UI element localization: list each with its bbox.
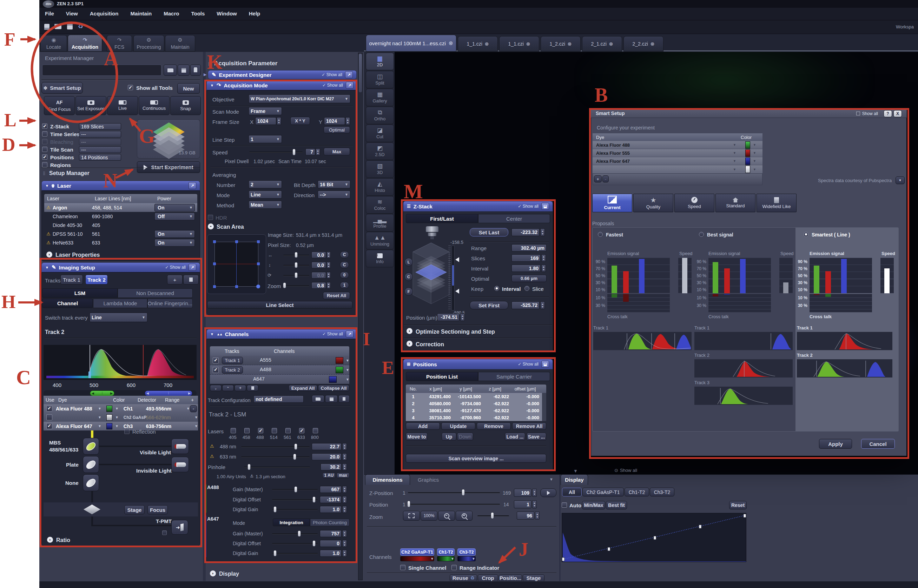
mode-quality-button[interactable]: ★Quality <box>633 194 674 212</box>
laser-power-dropdown[interactable]: On▼ <box>154 204 195 212</box>
correction-expander[interactable]: ◗ <box>406 341 413 347</box>
close-icon[interactable]: ⊗ <box>485 41 489 47</box>
show-all-tools-checkbox[interactable] <box>128 85 133 90</box>
xy-button[interactable]: X * Y <box>290 117 310 125</box>
channel-chip-ch2[interactable]: Ch2 GaAsP-T1 <box>400 548 434 556</box>
menu-acquisition[interactable]: Acquisition <box>90 11 119 17</box>
mode-widefield-button[interactable]: Widefield Like <box>756 194 797 212</box>
down-button[interactable]: Down <box>457 433 473 441</box>
scan-area-widget[interactable] <box>207 234 266 294</box>
view-tab-25d[interactable]: ◩2.5D <box>366 142 394 160</box>
lsm-tab[interactable]: LSM <box>42 288 118 298</box>
laser-power-dropdown[interactable]: Off▼ <box>154 213 195 220</box>
doc-tab[interactable]: 1_1.czi⊗ <box>458 36 498 52</box>
offset-x-thumb[interactable] <box>295 252 298 258</box>
tpmt-checkbox[interactable] <box>162 530 167 535</box>
position-slider[interactable] <box>408 504 500 505</box>
undock-icon[interactable]: ↗ <box>188 264 196 271</box>
dgain-488-value[interactable]: 1.0 <box>320 506 342 513</box>
position-list-tab[interactable]: Position List <box>406 372 478 381</box>
reuse-button[interactable]: Reuse♻ <box>450 574 477 582</box>
dye-color-swatch[interactable] <box>745 149 750 157</box>
save-positions-button[interactable]: Save ... <box>526 433 546 441</box>
non-descanned-tab[interactable]: Non Descanned <box>118 288 193 298</box>
spectrum-plot[interactable] <box>44 345 197 380</box>
rotation-spin[interactable]: ▲▼ <box>327 272 331 279</box>
continuous-button[interactable]: Continuous <box>139 96 170 115</box>
laser-488-value[interactable]: 22.7 <box>312 443 342 450</box>
expand-all-button[interactable]: Expand All <box>288 385 317 391</box>
update-position-button[interactable]: Update <box>441 422 475 430</box>
experiment-designer-header[interactable]: ✎Experiment Designer✓ Show all↗ <box>208 70 357 79</box>
view-tab-2d[interactable]: ▆2D <box>366 53 394 70</box>
visible-light-detector[interactable] <box>171 439 189 454</box>
reset-zoom-button[interactable]: 1 <box>340 282 349 289</box>
keep-slice-radio[interactable] <box>525 286 529 291</box>
laser-row-chameleon[interactable]: Chameleon690-1080 Off▼ <box>44 212 197 221</box>
laser-405-checkbox[interactable] <box>231 428 236 433</box>
frame-y-spin[interactable]: ▲▼ <box>345 117 350 125</box>
rotation-thumb[interactable] <box>295 272 298 278</box>
set-exposure-button[interactable]: Set Exposure <box>76 96 106 115</box>
zstack-slider[interactable] <box>452 246 455 310</box>
menu-file[interactable]: File <box>45 11 54 17</box>
laser-row-argon[interactable]: ⚠Argon458, 488, 514 On▼ <box>44 203 197 212</box>
bit-depth-dropdown[interactable]: 16 Bit▼ <box>318 180 350 188</box>
zoom-spin[interactable]: ▲▼ <box>327 282 331 289</box>
dgain-647-value[interactable]: 1.0 <box>320 550 342 557</box>
canvas-dropdown-icon[interactable]: ▼ <box>573 469 578 473</box>
mode-standard-button[interactable]: Standard <box>716 194 756 212</box>
view-tab-ortho[interactable]: ⧉Ortho <box>366 107 394 124</box>
view-tab-3d[interactable]: ▧3D <box>366 160 394 178</box>
add-track-button[interactable]: + <box>167 275 183 284</box>
set-first-button[interactable]: Set First <box>470 301 508 309</box>
position-value[interactable]: -374.51 <box>437 313 460 321</box>
fastest-radio[interactable] <box>598 232 603 237</box>
delete-config-button[interactable] <box>338 395 350 403</box>
sample-carrier-tab[interactable]: Sample Carrier <box>478 372 550 381</box>
positions-scrollbar[interactable] <box>542 393 546 421</box>
smart-dye-row-555[interactable]: Alexa Fluor 555▼ ▼ <box>593 149 763 157</box>
position-thumb[interactable] <box>407 501 410 507</box>
ratio-expander[interactable]: ◗ <box>47 537 53 543</box>
none-mirror[interactable] <box>83 474 99 491</box>
zstack-header[interactable]: ☰Z-Stack✓ Show all⬓ <box>403 201 553 212</box>
laser-633-slider[interactable] <box>241 456 309 457</box>
positions-button[interactable]: Positio... <box>499 574 522 582</box>
new-button[interactable]: New <box>177 83 200 94</box>
position-row[interactable]: 143291.400-10143.500-62.922-0.000 <box>406 393 546 400</box>
pinhole-value[interactable]: 30.2 <box>321 464 342 470</box>
move-to-button[interactable]: Move to <box>406 433 427 441</box>
dimensions-tab[interactable]: Dimensions <box>365 474 410 485</box>
minmax-button[interactable]: Min/Max <box>582 501 605 509</box>
fit-zoom-button[interactable] <box>403 511 420 521</box>
dgain-488-slider[interactable] <box>272 509 318 510</box>
dgain-647-slider[interactable] <box>272 553 318 554</box>
speed-value[interactable]: 7 <box>305 149 315 155</box>
dock-icon[interactable]: ⬓ <box>541 361 549 368</box>
track2-chip[interactable]: Track 2 <box>222 366 243 374</box>
tile-scan-checkbox[interactable] <box>42 147 47 152</box>
online-fingerprint-tab[interactable]: Online Fingerprin... <box>147 299 193 308</box>
zero-rotation-button[interactable]: 0 <box>340 271 349 279</box>
set-last-button[interactable]: Set Last <box>470 228 508 236</box>
channel-chip-ch3-color[interactable]: ▼ <box>457 556 476 561</box>
frame-x-input[interactable]: 1024 <box>255 117 276 125</box>
z-position-thumb[interactable] <box>461 489 465 496</box>
zoom-value[interactable]: 0.8 <box>311 282 326 289</box>
move-down-button[interactable]: ⌄ <box>210 385 222 391</box>
track-config-input[interactable]: not defined <box>253 396 304 403</box>
laser-488-spin[interactable]: ▲▼ <box>342 443 347 450</box>
zoom-slider[interactable] <box>283 285 309 286</box>
gain-488-spin[interactable]: ▲▼ <box>342 486 347 493</box>
lambda-mode-tab[interactable]: Lambda Mode <box>93 299 147 308</box>
dgain-488-thumb[interactable] <box>274 506 277 512</box>
close-icon[interactable]: ⊗ <box>651 41 655 47</box>
histogram[interactable] <box>562 513 746 562</box>
gain-488-thumb[interactable] <box>294 486 297 493</box>
objective-dropdown[interactable]: W Plan-Apochromat 20x/1.0 Korr DIC M27▼ <box>249 94 350 103</box>
cancel-button[interactable]: Cancel <box>861 439 895 449</box>
optimal-interval-button[interactable]: 0.66 µm <box>512 275 547 282</box>
channel-chip-ch1[interactable]: Ch1-T2 <box>437 548 455 556</box>
dye-row-488[interactable]: Alexa Fluor 488▼ ▼ Ch1493-556nm▼ - <box>44 404 198 413</box>
